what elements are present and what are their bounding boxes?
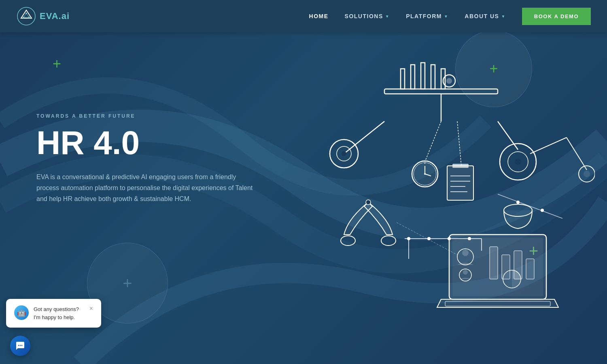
about-chevron-icon: ▼ [501, 14, 505, 19]
solutions-chevron-icon: ▼ [385, 14, 390, 19]
hero-subtitle: TOWARDS A BETTER FUTURE [36, 113, 255, 119]
svg-point-73 [21, 345, 23, 346]
svg-rect-11 [421, 63, 425, 89]
svg-point-30 [424, 173, 426, 175]
chat-message-text: Got any questions? I'm happy to help. [34, 305, 85, 321]
svg-line-25 [425, 121, 441, 162]
svg-point-55 [462, 250, 469, 256]
svg-point-41 [341, 236, 355, 245]
svg-rect-10 [411, 65, 415, 89]
hero-illustration [304, 40, 595, 324]
svg-point-67 [584, 171, 590, 177]
svg-rect-34 [452, 164, 469, 168]
plus-decoration-top-left: + [53, 57, 61, 71]
svg-line-32 [457, 121, 461, 166]
logo-icon [16, 6, 36, 26]
svg-point-72 [20, 345, 21, 346]
svg-point-42 [381, 236, 396, 245]
nav-home[interactable]: HOME [309, 13, 329, 19]
chat-close-button[interactable]: × [89, 305, 93, 312]
svg-point-16 [446, 78, 452, 84]
nav-solutions[interactable]: SOLUTIONS ▼ [345, 13, 390, 19]
hero-description: EVA is a conversational & predictive AI … [36, 171, 255, 205]
svg-point-70 [541, 209, 544, 212]
chat-avatar: 🤖 [14, 305, 29, 320]
chat-bubble-icon [15, 341, 25, 351]
svg-point-69 [516, 201, 520, 204]
svg-point-71 [18, 345, 19, 346]
svg-point-20 [342, 151, 346, 156]
svg-line-65 [567, 138, 587, 170]
svg-rect-8 [384, 89, 498, 94]
chat-avatar-icon: 🤖 [17, 308, 26, 317]
site-header: EVA.ai HOME SOLUTIONS ▼ PLATFORM ▼ ABOUT… [0, 0, 607, 32]
svg-point-57 [463, 270, 468, 275]
main-nav: HOME SOLUTIONS ▼ PLATFORM ▼ ABOUT US ▼ B… [309, 8, 591, 25]
chat-widget: 🤖 Got any questions? I'm happy to help. … [6, 299, 101, 328]
svg-rect-33 [447, 166, 473, 200]
book-demo-button[interactable]: BOOK A DEMO [522, 8, 591, 25]
chat-open-button[interactable] [10, 336, 30, 356]
svg-rect-59 [502, 255, 510, 279]
platform-chevron-icon: ▼ [444, 14, 448, 19]
logo[interactable]: EVA.ai [16, 6, 70, 26]
svg-rect-53 [445, 301, 550, 306]
chat-widget-header: 🤖 Got any questions? I'm happy to help. … [14, 305, 93, 321]
logo-text: EVA.ai [40, 11, 70, 21]
svg-rect-9 [401, 69, 405, 89]
svg-rect-58 [490, 247, 498, 279]
hero-title: HR 4.0 [36, 126, 255, 159]
svg-line-17 [344, 121, 384, 154]
illustration-svg [304, 40, 595, 324]
nav-platform[interactable]: PLATFORM ▼ [406, 13, 448, 19]
hero-section: TOWARDS A BETTER FUTURE HR 4.0 EVA is a … [36, 113, 255, 205]
svg-line-64 [530, 138, 567, 154]
plus-decoration-circle-left: + [123, 274, 132, 292]
svg-point-24 [515, 159, 521, 165]
svg-point-40 [366, 200, 371, 205]
svg-line-21 [498, 121, 518, 150]
svg-rect-12 [431, 65, 435, 89]
svg-rect-61 [526, 259, 534, 279]
nav-about-us[interactable]: ABOUT US ▼ [465, 13, 506, 19]
